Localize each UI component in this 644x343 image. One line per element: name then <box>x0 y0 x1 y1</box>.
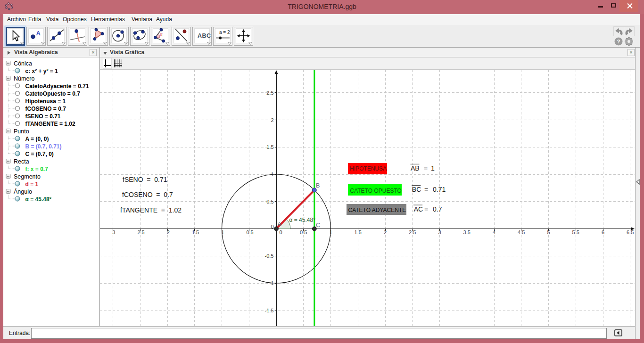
svg-text:3.5: 3.5 <box>463 229 471 235</box>
svg-text:5: 5 <box>547 229 550 235</box>
svg-text:-1.5: -1.5 <box>190 229 199 235</box>
svg-text:4.5: 4.5 <box>518 229 525 235</box>
svg-text:6.5: 6.5 <box>627 229 634 235</box>
svg-text:2.5: 2.5 <box>266 90 273 96</box>
svg-text:-0.5: -0.5 <box>265 253 274 259</box>
svg-text:α: α <box>160 32 163 37</box>
svg-text:Segmento: Segmento <box>14 173 41 180</box>
svg-text:-0.5: -0.5 <box>245 229 254 235</box>
svg-text:?: ? <box>617 39 620 44</box>
svg-text:0.7: 0.7 <box>433 205 442 213</box>
svg-text:-2.5: -2.5 <box>136 229 145 235</box>
svg-text:CATETO OPUESTO: CATETO OPUESTO <box>350 188 402 194</box>
svg-text:α = 45.48°: α = 45.48° <box>289 217 316 223</box>
svg-text:C: C <box>316 222 320 229</box>
svg-text:3: 3 <box>438 229 441 235</box>
svg-text:-1.5: -1.5 <box>265 308 274 313</box>
svg-text:CATETO ADYACENTE: CATETO ADYACENTE <box>348 207 406 213</box>
svg-text:Hipotenusa = 1: Hipotenusa = 1 <box>25 98 66 105</box>
svg-text:2: 2 <box>271 117 273 123</box>
svg-text:C = (0.7, 0): C = (0.7, 0) <box>25 151 54 157</box>
svg-text:0.5: 0.5 <box>300 229 307 235</box>
svg-text:d = 1: d = 1 <box>25 181 39 188</box>
svg-text:A: A <box>278 221 282 228</box>
svg-text:0.5: 0.5 <box>266 199 273 204</box>
svg-text:0: 0 <box>279 229 282 235</box>
svg-text:fCOSENO = 0.7: fCOSENO = 0.7 <box>122 191 173 198</box>
svg-text:=: = <box>424 186 428 193</box>
svg-text:Cónica: Cónica <box>14 60 32 67</box>
svg-text:Ángulo: Ángulo <box>14 188 32 195</box>
svg-text:B: B <box>316 182 320 189</box>
svg-text:fTANGENTE = 1.02: fTANGENTE = 1.02 <box>120 206 182 214</box>
svg-text:fSENO = 0.71: fSENO = 0.71 <box>123 176 167 183</box>
svg-text:BC: BC <box>412 186 421 193</box>
svg-text:2.5: 2.5 <box>409 229 416 235</box>
svg-text:ABC: ABC <box>198 33 211 39</box>
svg-text:5.5: 5.5 <box>572 229 579 235</box>
svg-text:HIPOTENUSA: HIPOTENUSA <box>350 165 387 172</box>
svg-text:-3: -3 <box>111 229 116 235</box>
svg-text:CatetoOpuesto = 0.7: CatetoOpuesto = 0.7 <box>25 90 81 97</box>
svg-text:2: 2 <box>384 229 387 235</box>
svg-text:f: x = 0.7: f: x = 0.7 <box>25 166 49 172</box>
svg-text:fSENO = 0.71: fSENO = 0.71 <box>25 113 61 120</box>
svg-text:Recta: Recta <box>14 158 29 165</box>
svg-text:0: 0 <box>271 224 273 229</box>
svg-text:c: x² + y² = 1: c: x² + y² = 1 <box>25 68 58 74</box>
svg-text:B = (0.7, 0.71): B = (0.7, 0.71) <box>25 143 62 150</box>
svg-text:A: A <box>36 30 41 37</box>
svg-text:1.5: 1.5 <box>266 144 273 150</box>
svg-text:CatetoAdyacente = 0.71: CatetoAdyacente = 0.71 <box>25 83 89 90</box>
svg-text:6: 6 <box>602 229 604 235</box>
svg-text:4: 4 <box>493 229 495 235</box>
svg-text:Punto: Punto <box>14 128 29 135</box>
svg-text:=: = <box>424 164 428 172</box>
svg-text:fTANGENTE = 1.02: fTANGENTE = 1.02 <box>25 121 75 127</box>
svg-text:-2: -2 <box>165 229 170 235</box>
svg-text:1.5: 1.5 <box>355 229 362 235</box>
svg-text:fCOSENO = 0.7: fCOSENO = 0.7 <box>25 106 66 112</box>
svg-text:a = 2: a = 2 <box>219 30 230 35</box>
svg-text:α = 45.48°: α = 45.48° <box>25 196 52 203</box>
svg-text:A = (0, 0): A = (0, 0) <box>25 136 49 142</box>
svg-text:1: 1 <box>431 164 435 172</box>
svg-text:AB: AB <box>411 164 420 172</box>
svg-text:Número: Número <box>14 75 35 82</box>
svg-text:=: = <box>424 205 428 213</box>
svg-text:AC: AC <box>414 205 423 213</box>
svg-text:0.71: 0.71 <box>433 186 446 193</box>
